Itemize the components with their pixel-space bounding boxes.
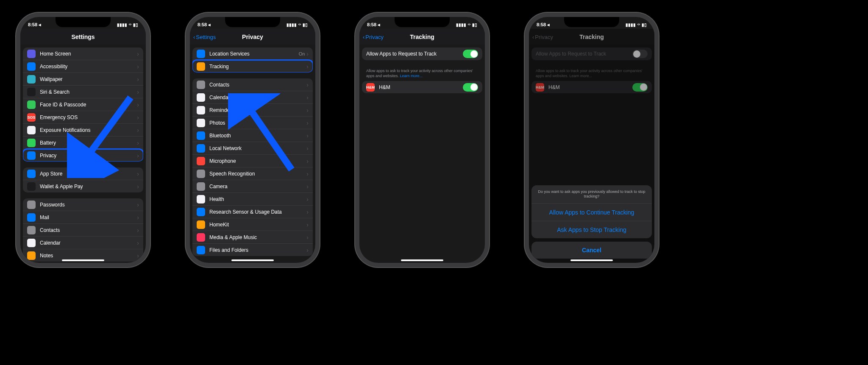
row-label: Health bbox=[209, 196, 306, 202]
navbar: ‹ Privacy Tracking bbox=[359, 29, 485, 45]
wallpaper-icon bbox=[27, 75, 36, 84]
stop-tracking-button[interactable]: Ask Apps to Stop Tracking bbox=[531, 221, 652, 238]
photos-icon bbox=[197, 119, 205, 127]
allow-toggle[interactable] bbox=[463, 50, 478, 58]
exposure-icon bbox=[27, 126, 36, 134]
settings-row[interactable]: Siri & Search › bbox=[23, 86, 143, 98]
settings-row[interactable]: Face ID & Passcode › bbox=[23, 98, 143, 111]
signal-icon: ▮▮▮▮ bbox=[287, 22, 297, 27]
settings-row[interactable]: Accessibility › bbox=[23, 60, 143, 73]
signal-icon: ▮▮▮▮ bbox=[626, 22, 636, 27]
status-icons: ▮▮▮▮ ⌔ ▮▯ bbox=[287, 22, 308, 27]
allow-apps-to-track-row[interactable]: Allow Apps to Request to Track bbox=[362, 47, 482, 60]
settings-row[interactable]: Exposure Notifications › bbox=[23, 124, 143, 137]
row-label: Face ID & Passcode bbox=[40, 102, 137, 108]
continue-tracking-button[interactable]: Allow Apps to Continue Tracking bbox=[531, 203, 652, 221]
settings-row[interactable]: App Store › bbox=[23, 167, 143, 180]
microphone-icon bbox=[197, 157, 205, 165]
settings-row[interactable]: Calendar › bbox=[23, 237, 143, 249]
battery-icon bbox=[27, 139, 36, 147]
settings-row[interactable]: Privacy › bbox=[23, 149, 143, 162]
settings-row[interactable]: Media & Apple Music › bbox=[192, 231, 313, 244]
settings-row[interactable]: Contacts › bbox=[192, 78, 313, 91]
sos-icon: SOS bbox=[27, 113, 36, 122]
home-indicator[interactable] bbox=[62, 259, 104, 261]
action-sheet: Do you want to ask apps you previously a… bbox=[531, 185, 652, 259]
settings-row[interactable]: Speech Recognition › bbox=[192, 167, 313, 180]
settings-row[interactable]: Bluetooth › bbox=[192, 129, 313, 142]
settings-row[interactable]: Tracking › bbox=[192, 60, 313, 72]
settings-row[interactable]: Camera › bbox=[192, 180, 313, 193]
settings-row[interactable]: Wallet & Apple Pay › bbox=[23, 180, 143, 192]
mail-icon bbox=[27, 213, 36, 222]
settings-row[interactable]: Contacts › bbox=[23, 224, 143, 237]
settings-row[interactable]: Wallpaper › bbox=[23, 73, 143, 86]
settings-row[interactable]: SOS Emergency SOS › bbox=[23, 111, 143, 124]
row-label: Mail bbox=[40, 215, 137, 220]
row-label: Passwords bbox=[40, 202, 137, 208]
settings-row[interactable]: HomeKit › bbox=[192, 218, 313, 231]
home-indicator[interactable] bbox=[570, 259, 613, 261]
settings-row[interactable]: Mail › bbox=[23, 211, 143, 224]
settings-row[interactable]: Calendars › bbox=[192, 91, 313, 104]
settings-row[interactable]: Microphone › bbox=[192, 155, 313, 167]
chevron-right-icon: › bbox=[306, 94, 309, 101]
learn-more-link[interactable]: Learn more... bbox=[400, 74, 423, 78]
chevron-right-icon: › bbox=[306, 145, 309, 152]
row-label: H&M bbox=[379, 84, 463, 90]
settings-row[interactable]: Files and Folders › bbox=[192, 244, 313, 256]
chevron-right-icon: › bbox=[306, 183, 309, 190]
settings-row[interactable]: Battery › bbox=[23, 137, 143, 149]
contacts-icon bbox=[27, 226, 36, 234]
calendar-icon bbox=[27, 239, 36, 247]
back-button[interactable]: ‹ Settings bbox=[193, 34, 216, 40]
settings-row[interactable]: H&M H&M bbox=[362, 81, 482, 93]
chevron-right-icon: › bbox=[137, 170, 139, 177]
settings-row[interactable]: Local Network › bbox=[192, 142, 313, 155]
row-label: Tracking bbox=[209, 64, 306, 70]
home-indicator[interactable] bbox=[231, 259, 274, 261]
wifi-icon: ⌔ bbox=[468, 22, 470, 27]
chevron-right-icon: › bbox=[306, 132, 309, 139]
chevron-right-icon: › bbox=[306, 158, 309, 164]
row-label: Notes bbox=[40, 253, 137, 259]
chevron-right-icon: › bbox=[137, 240, 139, 246]
chevron-right-icon: › bbox=[306, 170, 309, 177]
signal-icon: ▮▮▮▮ bbox=[456, 22, 466, 27]
battery-icon: ▮▯ bbox=[642, 22, 647, 27]
settings-row[interactable]: Location Services On› bbox=[192, 47, 313, 60]
chevron-right-icon: › bbox=[137, 63, 139, 70]
chevron-right-icon: › bbox=[306, 120, 309, 126]
health-icon bbox=[197, 195, 205, 203]
music-icon bbox=[197, 233, 205, 242]
camera-icon bbox=[197, 182, 205, 191]
speech-icon bbox=[197, 170, 205, 178]
chevron-right-icon: › bbox=[306, 63, 309, 70]
faceid-icon bbox=[27, 100, 36, 109]
chevron-right-icon: › bbox=[137, 183, 139, 190]
app-tracking-toggle[interactable] bbox=[463, 83, 478, 92]
home-indicator[interactable] bbox=[401, 259, 443, 261]
chevron-right-icon: › bbox=[306, 50, 309, 57]
settings-row[interactable]: Passwords › bbox=[23, 198, 143, 211]
row-label: Media & Apple Music bbox=[209, 234, 306, 240]
chevron-right-icon: › bbox=[137, 114, 139, 121]
settings-row[interactable]: Research Sensor & Usage Data › bbox=[192, 206, 313, 218]
battery-icon: ▮▯ bbox=[472, 22, 477, 27]
settings-row[interactable]: Health › bbox=[192, 193, 313, 206]
back-button[interactable]: ‹ Privacy bbox=[363, 34, 384, 40]
settings-row[interactable]: Photos › bbox=[192, 117, 313, 129]
row-label: Bluetooth bbox=[209, 133, 306, 139]
settings-row[interactable]: Home Screen › bbox=[23, 47, 143, 60]
cancel-button[interactable]: Cancel bbox=[531, 242, 652, 259]
privacy-icon bbox=[27, 151, 36, 160]
page-title: Tracking bbox=[410, 33, 434, 40]
wifi-icon: ⌔ bbox=[129, 22, 131, 27]
homekit-icon bbox=[197, 220, 205, 229]
settings-row[interactable]: Reminders › bbox=[192, 104, 313, 117]
passwords-icon bbox=[27, 201, 36, 209]
row-label: Accessibility bbox=[40, 64, 137, 70]
row-label: Calendars bbox=[209, 95, 306, 100]
row-label: Research Sensor & Usage Data bbox=[209, 209, 306, 215]
hm-icon: H&M bbox=[366, 83, 375, 92]
